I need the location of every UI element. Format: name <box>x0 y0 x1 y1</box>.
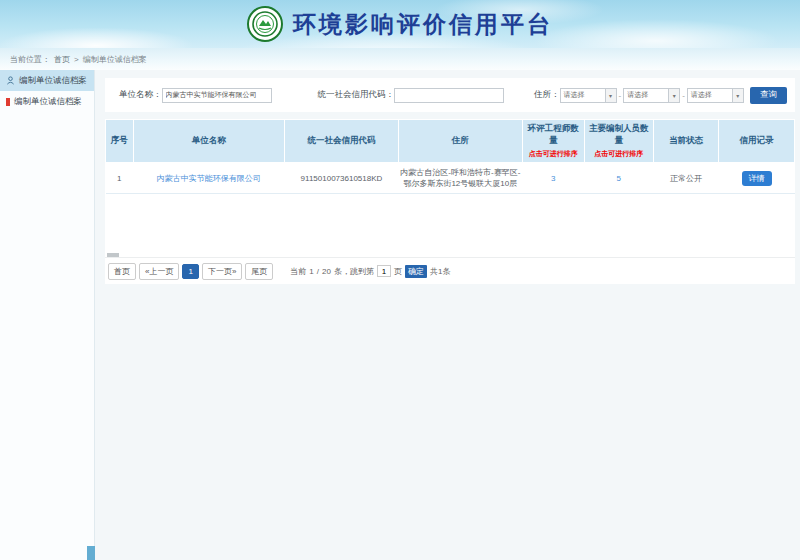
search-panel: 单位名称： 统一社会信用代码： 住所： 请选择 ▾ - 请选择 ▾ - 请选择 … <box>105 78 795 112</box>
pagination-confirm-button[interactable]: 确定 <box>405 265 427 278</box>
breadcrumb-home-link[interactable]: 首页 <box>54 54 70 65</box>
sidebar-item-credit-archive-active[interactable]: 编制单位诚信档案 <box>0 70 94 91</box>
col-header-no: 序号 <box>106 120 134 163</box>
horizontal-scrollbar-thumb[interactable] <box>107 253 119 257</box>
col-header-status: 当前状态 <box>653 120 718 163</box>
pagination-page-1[interactable]: 1 <box>182 264 198 279</box>
pagination: 首页 «上一页 1 下一页» 尾页 当前 1 / 20 条，跳到第 页 确定 共 <box>105 258 795 284</box>
results-table-panel: 序号 单位名称 统一社会信用代码 住所 环评工程师数量 点击可进行排序 主要编制… <box>105 119 795 284</box>
breadcrumb-separator: > <box>74 55 79 64</box>
unit-name-input[interactable] <box>162 88 272 103</box>
table-header-row: 序号 单位名称 统一社会信用代码 住所 环评工程师数量 点击可进行排序 主要编制… <box>106 120 795 163</box>
col-header-label: 主要编制人员数量 <box>589 123 649 145</box>
sidebar-item-credit-archive[interactable]: 编制单位诚信档案 <box>0 91 94 112</box>
province-select-value: 请选择 <box>561 90 605 100</box>
sort-hint: 点击可进行排序 <box>586 149 652 159</box>
pagination-total: 共1条 <box>430 266 450 277</box>
pagination-jump-prefix: 条，跳到第 <box>334 266 374 277</box>
district-select[interactable]: 请选择 ▾ <box>687 88 744 103</box>
sort-hint: 点击可进行排序 <box>524 149 583 159</box>
credit-code-label: 统一社会信用代码： <box>318 89 395 101</box>
col-header-engineer-count-sortable[interactable]: 环评工程师数量 点击可进行排序 <box>522 120 584 163</box>
app-header: 环境影响评价信用平台 <box>0 0 800 48</box>
breadcrumb: 当前位置： 首页 > 编制单位诚信档案 <box>0 48 800 70</box>
breadcrumb-current: 编制单位诚信档案 <box>83 54 147 65</box>
city-select-value: 请选择 <box>624 90 668 100</box>
cell-credit-code: 9115010073610518KD <box>285 163 399 194</box>
col-header-unit-name: 单位名称 <box>133 120 285 163</box>
table-empty-area <box>105 194 795 252</box>
city-select[interactable]: 请选择 ▾ <box>623 88 680 103</box>
cell-status: 正常公开 <box>653 163 718 194</box>
sidebar-item-label: 编制单位诚信档案 <box>19 75 87 87</box>
table-row: 1 内蒙古中实节能环保有限公司 9115010073610518KD 内蒙古自治… <box>106 163 795 194</box>
col-header-staff-count-sortable[interactable]: 主要编制人员数量 点击可进行排序 <box>584 120 653 163</box>
pagination-prev-button[interactable]: «上一页 <box>139 263 179 280</box>
mee-logo-icon <box>247 6 283 42</box>
pagination-jump-suffix: 页 <box>394 266 402 277</box>
horizontal-scrollbar[interactable] <box>105 252 795 258</box>
chevron-down-icon: ▾ <box>605 89 616 102</box>
select-separator: - <box>619 91 622 100</box>
breadcrumb-label: 当前位置： <box>10 54 50 65</box>
pagination-page-separator: / <box>317 267 319 276</box>
province-select[interactable]: 请选择 ▾ <box>560 88 617 103</box>
pagination-current-page: 1 <box>309 267 313 276</box>
unit-name-label: 单位名称： <box>119 89 162 101</box>
col-header-address: 住所 <box>398 120 522 163</box>
chevron-down-icon: ▾ <box>732 89 743 102</box>
select-separator: - <box>682 91 685 100</box>
broken-image-icon <box>6 98 10 106</box>
detail-button[interactable]: 详情 <box>742 171 772 186</box>
cell-no: 1 <box>106 163 134 194</box>
pagination-page-size: 20 <box>322 267 331 276</box>
col-header-label: 环评工程师数量 <box>528 123 579 145</box>
district-select-value: 请选择 <box>688 90 732 100</box>
pagination-info: 当前 1 / 20 条，跳到第 页 确定 共1条 <box>290 265 450 278</box>
pagination-first-button[interactable]: 首页 <box>108 263 136 280</box>
page: 环境影响评价信用平台 当前位置： 首页 > 编制单位诚信档案 编制单位诚信档案 … <box>0 0 800 560</box>
page-title: 环境影响评价信用平台 <box>293 9 553 40</box>
chevron-down-icon: ▾ <box>668 89 679 102</box>
sidebar-scrollbar-thumb[interactable] <box>87 546 95 560</box>
col-header-credit-code: 统一社会信用代码 <box>285 120 399 163</box>
staff-count-link[interactable]: 5 <box>617 174 621 183</box>
pagination-last-button[interactable]: 尾页 <box>245 263 273 280</box>
cell-address: 内蒙古自治区-呼和浩特市-赛罕区-鄂尔多斯东街12号银联大厦10层 <box>398 163 522 194</box>
main-content: 单位名称： 统一社会信用代码： 住所： 请选择 ▾ - 请选择 ▾ - 请选择 … <box>95 70 800 560</box>
sidebar: 编制单位诚信档案 编制单位诚信档案 <box>0 70 95 560</box>
user-icon <box>6 76 15 85</box>
sidebar-item-label: 编制单位诚信档案 <box>14 96 82 108</box>
credit-code-input[interactable] <box>394 88 504 103</box>
pagination-next-button[interactable]: 下一页» <box>202 263 242 280</box>
col-header-credit-record: 信用记录 <box>719 120 795 163</box>
pagination-current-label: 当前 <box>290 266 306 277</box>
query-button[interactable]: 查询 <box>750 87 787 104</box>
results-table: 序号 单位名称 统一社会信用代码 住所 环评工程师数量 点击可进行排序 主要编制… <box>105 119 795 194</box>
engineer-count-link[interactable]: 3 <box>551 174 555 183</box>
unit-name-link[interactable]: 内蒙古中实节能环保有限公司 <box>157 174 261 183</box>
address-label: 住所： <box>534 89 560 101</box>
body: 编制单位诚信档案 编制单位诚信档案 单位名称： 统一社会信用代码： 住所： 请选… <box>0 70 800 560</box>
pagination-jump-input[interactable] <box>377 265 391 277</box>
